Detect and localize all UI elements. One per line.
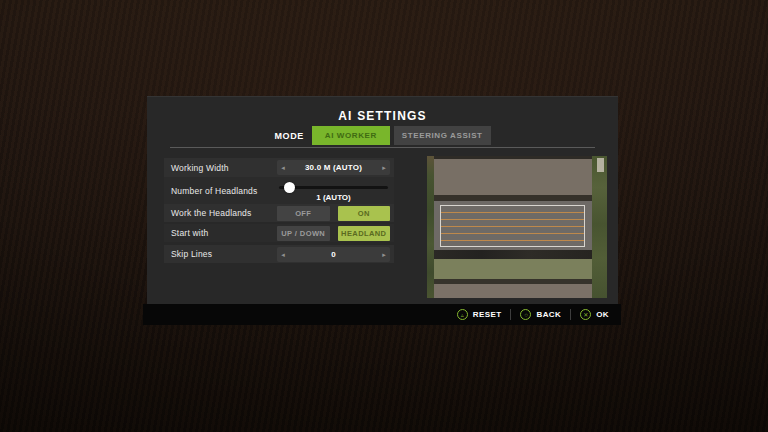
tab-ai-worker[interactable]: AI WORKER	[312, 126, 390, 145]
headlands-count-value: 1 (AUTO)	[277, 193, 390, 202]
ps-circle-icon: ○	[520, 309, 531, 320]
header-divider	[170, 147, 595, 148]
preview-selected-field	[434, 201, 592, 250]
skip-lines-value: 0	[289, 250, 378, 259]
footer-divider	[570, 309, 571, 320]
ai-settings-dialog: AI SETTINGS MODE AI WORKER STEERING ASSI…	[147, 96, 618, 305]
setting-row-start-with: Start with UP / DOWN HEADLAND	[164, 224, 394, 242]
headlands-count-label: Number of Headlands	[164, 186, 277, 196]
mode-label: MODE	[274, 131, 303, 141]
work-headlands-option-on[interactable]: ON	[338, 206, 391, 221]
stepper-right-icon[interactable]: ▸	[378, 160, 390, 175]
preview-field-strip-top	[434, 159, 592, 195]
preview-work-area-outline	[440, 205, 585, 247]
preview-road	[434, 250, 592, 259]
preview-vegetation-left	[427, 156, 434, 298]
ok-button[interactable]: ✕ OK	[580, 309, 609, 320]
working-width-value: 30.0 M (AUTO)	[289, 163, 378, 172]
headlands-count-control: 1 (AUTO)	[277, 177, 390, 202]
dialog-title: AI SETTINGS	[147, 109, 618, 123]
tab-steering-assist[interactable]: STEERING ASSIST	[394, 126, 491, 145]
setting-row-work-headlands: Work the Headlands OFF ON	[164, 204, 394, 222]
reset-button-label: RESET	[473, 310, 502, 319]
skip-lines-stepper[interactable]: ◂ 0 ▸	[277, 247, 390, 262]
stepper-left-icon[interactable]: ◂	[277, 160, 289, 175]
field-preview-map	[427, 156, 607, 298]
preview-light-patch	[597, 158, 604, 172]
working-width-label: Working Width	[164, 163, 277, 173]
slider-track[interactable]	[279, 186, 388, 189]
headlands-slider[interactable]	[277, 181, 390, 193]
slider-knob[interactable]	[284, 182, 295, 193]
work-headlands-label: Work the Headlands	[164, 208, 277, 218]
start-with-toggle: UP / DOWN HEADLAND	[277, 226, 390, 241]
start-with-option-headland[interactable]: HEADLAND	[338, 226, 391, 241]
back-button[interactable]: ○ BACK	[520, 309, 561, 320]
preview-field-strip-green	[434, 259, 592, 279]
game-screen: AI SETTINGS MODE AI WORKER STEERING ASSI…	[0, 0, 768, 432]
ps-cross-icon: ✕	[580, 309, 591, 320]
setting-row-headlands-count: Number of Headlands 1 (AUTO)	[164, 177, 394, 204]
footer-action-bar: ▵ RESET ○ BACK ✕ OK	[143, 304, 621, 325]
setting-row-skip-lines: Skip Lines ◂ 0 ▸	[164, 245, 394, 263]
setting-row-working-width: Working Width ◂ 30.0 M (AUTO) ▸	[164, 158, 394, 177]
work-headlands-toggle: OFF ON	[277, 206, 390, 221]
work-headlands-option-off[interactable]: OFF	[277, 206, 330, 221]
back-button-label: BACK	[536, 310, 561, 319]
footer-divider	[510, 309, 511, 320]
ps-triangle-icon: ▵	[457, 309, 468, 320]
mode-tab-row: MODE AI WORKER STEERING ASSIST	[147, 126, 618, 145]
settings-column: Working Width ◂ 30.0 M (AUTO) ▸ Number o…	[164, 158, 394, 263]
stepper-right-icon[interactable]: ▸	[378, 247, 390, 262]
stepper-left-icon[interactable]: ◂	[277, 247, 289, 262]
ok-button-label: OK	[596, 310, 609, 319]
reset-button[interactable]: ▵ RESET	[457, 309, 502, 320]
preview-vegetation-right	[592, 156, 607, 298]
start-with-option-updown[interactable]: UP / DOWN	[277, 226, 330, 241]
working-width-stepper[interactable]: ◂ 30.0 M (AUTO) ▸	[277, 160, 390, 175]
preview-field-strip-bottom	[434, 284, 592, 298]
start-with-label: Start with	[164, 228, 277, 238]
skip-lines-label: Skip Lines	[164, 249, 277, 259]
